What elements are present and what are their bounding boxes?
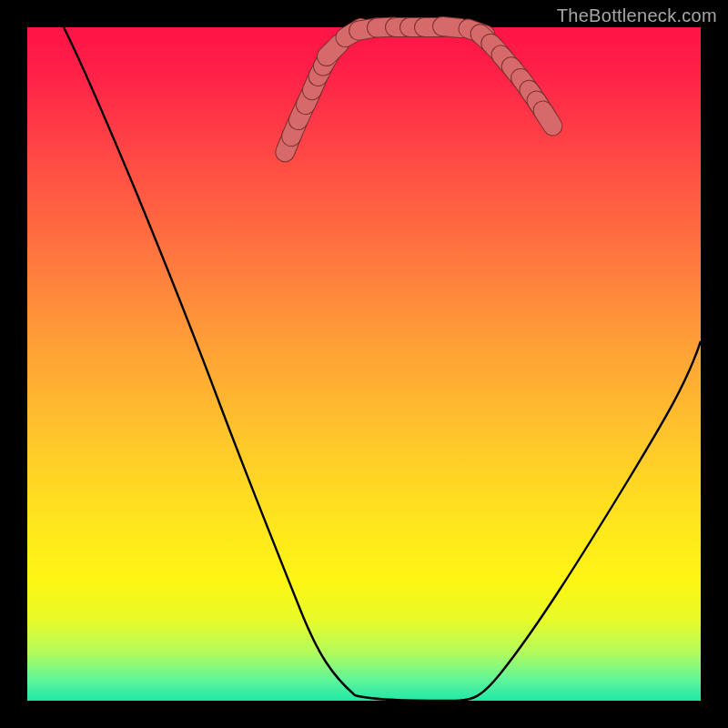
bottleneck-curve-path [64,27,701,701]
chart-frame: TheBottleneck.com [0,0,728,728]
watermark-text: TheBottleneck.com [557,5,717,26]
curve-marker [543,111,553,126]
chart-svg [27,27,701,701]
curve-marker [327,44,339,56]
curve-marker [442,26,460,28]
curve-markers [285,26,552,152]
